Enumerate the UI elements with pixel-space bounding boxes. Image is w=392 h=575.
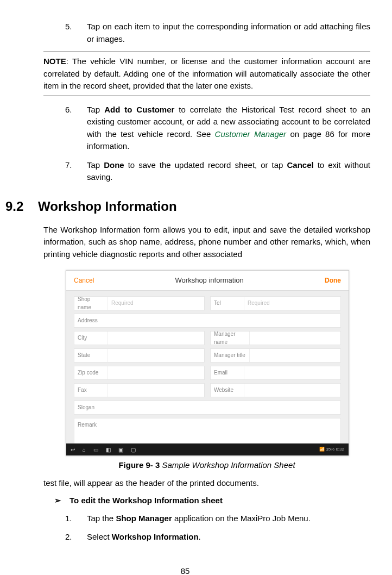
list-item: 7. Tap Done to save the updated record s… [65,159,370,184]
embedded-screenshot: Cancel Workshop information Done Shop na… [66,270,349,456]
list-text: Tap Done to save the updated record shee… [87,159,370,184]
manager-title-field[interactable]: Manager title [210,348,341,362]
vci-icon[interactable]: ▣ [118,446,123,454]
tel-field[interactable]: Tel Required [210,296,341,310]
android-nav-bar: ↩ ⌂ ▭ ◧ ▣ ▢ 📶 35% 6:32 [66,443,349,455]
zip-field[interactable]: Zip code [74,366,205,380]
list-text: Tap the Shop Manager application on the … [87,512,370,525]
list-number: 6. [65,104,87,153]
app-body: Shop name Required Tel Required Address … [66,291,349,444]
list-item: 2. Select Workshop Information. [65,531,370,543]
bullet-arrow-icon: ➢ [54,495,69,507]
list-text: Tap on each item to input the correspond… [87,21,370,45]
figure-workshop-info: Cancel Workshop information Done Shop na… [66,270,348,456]
website-field[interactable]: Website [210,383,341,397]
city-field[interactable]: City [74,331,205,345]
note-label: NOTE [43,57,66,66]
camera-icon[interactable]: ▢ [131,446,136,454]
link-customer-manager[interactable]: Customer Manager [215,129,287,139]
recent-icon[interactable]: ▭ [93,446,98,454]
list-text: Select Workshop Information. [87,531,370,543]
done-button[interactable]: Done [325,276,341,285]
note-text: : The vehicle VIN number, or license and… [43,57,370,90]
home-icon[interactable]: ⌂ [83,446,86,454]
app-icon[interactable]: ◧ [106,446,111,454]
paragraph: The Workshop Information form allows you… [43,224,370,261]
list-item: 1. Tap the Shop Manager application on t… [65,512,370,525]
status-bar: 📶 35% 6:32 [319,446,344,453]
section-title: Workshop Information [38,197,177,216]
list-item: 5. Tap on each item to input the corresp… [65,21,370,45]
app-header: Cancel Workshop information Done [66,271,349,291]
page-content: 5. Tap on each item to input the corresp… [43,21,370,543]
address-field[interactable]: Address [74,314,341,328]
page-number: 85 [0,565,370,576]
paragraph: test file, will appear as the header of … [43,477,370,490]
email-field[interactable]: Email [210,366,341,380]
section-number: 9.2 [5,197,38,216]
list-item: 6. Tap Add to Customer to correlate the … [65,104,370,153]
state-field[interactable]: State [74,348,205,362]
remark-field[interactable]: Remark [74,418,341,444]
list-number: 2. [65,531,87,543]
list-number: 5. [65,21,87,45]
list-text: Tap Add to Customer to correlate the His… [87,104,370,153]
manager-name-field[interactable]: Manager name [210,331,341,345]
shopname-field[interactable]: Shop name Required [74,296,205,310]
note-box: NOTE: The vehicle VIN number, or license… [43,52,370,96]
fax-field[interactable]: Fax [74,383,205,397]
task-title: To edit the Workshop Information sheet [69,495,223,507]
section-heading: 9.2 Workshop Information [0,197,370,216]
list-number: 1. [65,512,87,525]
list-number: 7. [65,159,87,184]
back-icon[interactable]: ↩ [71,446,75,454]
task-heading: ➢ To edit the Workshop Information sheet [54,495,370,507]
app-title: Workshop information [175,275,244,286]
cancel-button[interactable]: Cancel [74,276,94,285]
figure-caption: Figure 9- 3 Sample Workshop Information … [43,459,370,472]
slogan-field[interactable]: Slogan [74,401,341,415]
